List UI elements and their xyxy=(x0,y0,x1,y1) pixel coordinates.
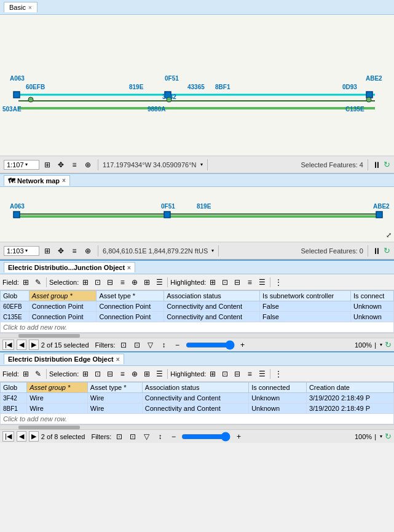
zoom2-box[interactable]: 1:103 ▾ xyxy=(4,246,39,256)
pause2-icon[interactable]: ⏸ xyxy=(372,246,381,256)
sel1-btn5[interactable]: ⊕ xyxy=(129,277,140,288)
t1-filter-btn3[interactable]: ▽ xyxy=(145,339,156,351)
hi2-btn2[interactable]: ⊡ xyxy=(219,368,230,379)
t2-add-label[interactable]: Click to add new row. xyxy=(1,414,394,424)
t1-zoom-arrow[interactable]: ▾ xyxy=(380,342,382,347)
t2-filter-btn2[interactable]: ⊡ xyxy=(127,431,138,442)
t1-zoom-slider[interactable] xyxy=(186,340,235,350)
table1-tab[interactable]: Electric Distributio...Junction Object × xyxy=(4,262,135,272)
t1-col-glob[interactable]: Glob xyxy=(1,291,30,301)
main-tab-close[interactable]: × xyxy=(28,4,32,11)
t2-plus-btn[interactable]: + xyxy=(233,431,244,442)
table2-scroll[interactable]: Glob Asset group * Asset type * Associat… xyxy=(0,382,394,424)
hi1-btn3[interactable]: ⊟ xyxy=(232,277,243,288)
t2-filter-btn3[interactable]: ▽ xyxy=(141,431,152,442)
refresh2-icon[interactable]: ↻ xyxy=(384,246,390,255)
field2-btn1[interactable]: ⊞ xyxy=(20,368,31,379)
t2-zoom-arrow[interactable]: ▾ xyxy=(380,434,382,439)
t2-filter-sort[interactable]: ↕ xyxy=(154,431,165,442)
t1-col-is-sub[interactable]: Is subnetwork controller xyxy=(260,291,351,301)
t1-filter-btn2[interactable]: ⊡ xyxy=(132,339,143,351)
hi1-btn1[interactable]: ⊞ xyxy=(207,277,218,288)
more2-btn[interactable]: ⋮ xyxy=(273,368,284,379)
t1-minus-btn[interactable]: − xyxy=(172,339,183,351)
coord1-arrow[interactable]: ▾ xyxy=(200,162,203,167)
table2-tab[interactable]: Electric Distribution Edge Object × xyxy=(4,354,124,364)
sel2-btn3[interactable]: ⊟ xyxy=(104,368,116,379)
pause1-icon[interactable]: ⏸ xyxy=(372,160,381,170)
t2-next-btn[interactable]: ▶ xyxy=(29,431,39,442)
t1-filter-sort[interactable]: ↕ xyxy=(159,339,170,351)
t2-refresh-icon[interactable]: ↻ xyxy=(385,432,392,441)
field1-btn1[interactable]: ⊞ xyxy=(20,277,31,288)
table-row[interactable]: 60EFB Connection Point Connection Point … xyxy=(1,301,394,312)
field2-btn2[interactable]: ✎ xyxy=(33,368,44,379)
layer2-btn[interactable]: ≡ xyxy=(69,245,80,256)
t1-col-asset-group[interactable]: Asset group * xyxy=(29,291,97,301)
t2-zoom-slider[interactable] xyxy=(181,432,230,442)
table-row[interactable]: 8BF1 Wire Wire Connectivity and Content … xyxy=(1,403,394,414)
sel1-btn2[interactable]: ⊡ xyxy=(92,277,103,288)
hi2-btn3[interactable]: ⊟ xyxy=(232,368,243,379)
table-row[interactable]: 3F42 Wire Wire Connectivity and Content … xyxy=(1,393,394,403)
table1-scroll[interactable]: Glob Asset group * Asset type * Associat… xyxy=(0,290,394,333)
sel1-btn3[interactable]: ⊟ xyxy=(104,277,116,288)
table2-close[interactable]: × xyxy=(116,356,120,363)
network-map-close[interactable]: × xyxy=(62,177,66,184)
t2-col-creation-date[interactable]: Creation date xyxy=(306,383,393,393)
expand-icon[interactable]: ⤢ xyxy=(386,231,392,239)
layer-btn[interactable]: ≡ xyxy=(69,159,80,170)
sel2-btn7[interactable]: ☰ xyxy=(154,368,165,379)
t2-col-assoc[interactable]: Association status xyxy=(142,383,248,393)
sel2-btn2[interactable]: ⊡ xyxy=(92,368,103,379)
sel1-btn4[interactable]: ≡ xyxy=(117,277,128,288)
t1-col-is-connect[interactable]: Is connect xyxy=(351,291,394,301)
t2-col-glob[interactable]: Glob xyxy=(1,383,27,393)
main-tab[interactable]: Basic × xyxy=(4,2,37,12)
t1-first-btn[interactable]: |◀ xyxy=(2,339,14,350)
sel1-btn1[interactable]: ⊞ xyxy=(80,277,91,288)
table1-close[interactable]: × xyxy=(127,264,131,271)
table1-add-row[interactable]: Click to add new row. xyxy=(1,322,394,333)
hi1-btn4[interactable]: ≡ xyxy=(244,277,255,288)
sel2-btn1[interactable]: ⊞ xyxy=(80,368,91,379)
pan-btn[interactable]: ✥ xyxy=(55,159,66,170)
table2-scrollbar-thumb[interactable] xyxy=(18,426,80,429)
hi1-btn5[interactable]: ☰ xyxy=(256,277,267,288)
bookmark-btn[interactable]: ⊕ xyxy=(82,159,93,170)
t2-prev-btn[interactable]: ◀ xyxy=(17,431,26,442)
table2-scrollbar[interactable] xyxy=(0,424,394,429)
hi2-btn5[interactable]: ☰ xyxy=(256,368,267,379)
zoom1-arrow[interactable]: ▾ xyxy=(25,162,28,167)
t1-filter-btn1[interactable]: ⊡ xyxy=(118,339,129,351)
t1-col-asset-type[interactable]: Asset type * xyxy=(97,291,164,301)
more1-btn[interactable]: ⋮ xyxy=(273,277,284,288)
zoom2-extent-btn[interactable]: ⊞ xyxy=(42,245,53,256)
t2-col-is-connected[interactable]: Is connected xyxy=(249,383,307,393)
t1-plus-btn[interactable]: + xyxy=(237,339,248,351)
table2-add-row[interactable]: Click to add new row. xyxy=(1,414,394,424)
t2-col-asset-type[interactable]: Asset type * xyxy=(87,383,142,393)
bookmark2-btn[interactable]: ⊕ xyxy=(82,245,93,256)
zoom2-arrow[interactable]: ▾ xyxy=(25,248,28,253)
field1-btn2[interactable]: ✎ xyxy=(33,277,44,288)
t2-filter-btn1[interactable]: ⊡ xyxy=(114,431,125,442)
refresh1-icon[interactable]: ↻ xyxy=(384,160,390,169)
sel1-btn6[interactable]: ⊞ xyxy=(141,277,152,288)
hi2-btn4[interactable]: ≡ xyxy=(244,368,255,379)
t1-add-label[interactable]: Click to add new row. xyxy=(1,322,394,333)
sel1-btn7[interactable]: ☰ xyxy=(154,277,165,288)
table1-scrollbar[interactable] xyxy=(0,333,394,338)
t1-prev-btn[interactable]: ◀ xyxy=(17,339,26,350)
sel2-btn6[interactable]: ⊞ xyxy=(141,368,152,379)
zoom-extent-btn[interactable]: ⊞ xyxy=(42,159,53,170)
t2-col-asset-group[interactable]: Asset group * xyxy=(27,383,88,393)
t1-refresh-icon[interactable]: ↻ xyxy=(385,340,392,349)
pan2-btn[interactable]: ✥ xyxy=(55,245,66,256)
hi2-btn1[interactable]: ⊞ xyxy=(207,368,218,379)
sel2-btn4[interactable]: ≡ xyxy=(117,368,128,379)
zoom1-box[interactable]: 1:107 ▾ xyxy=(4,160,39,170)
table-row[interactable]: C135E Connection Point Connection Point … xyxy=(1,312,394,322)
network-map-tab[interactable]: 🗺 Network map × xyxy=(4,175,70,186)
t2-minus-btn[interactable]: − xyxy=(168,431,179,442)
